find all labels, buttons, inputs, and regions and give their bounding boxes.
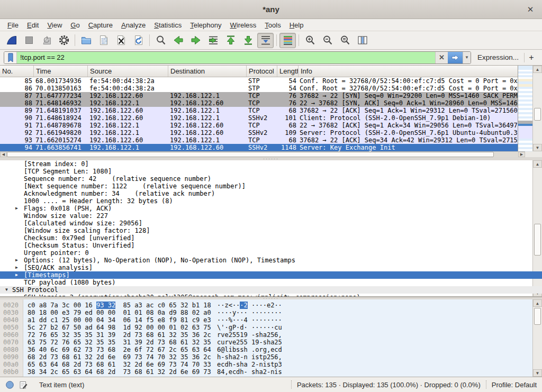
packet-row[interactable]: 8771.647777234192.168.122.60192.168.122.… [0,92,518,99]
detail-row[interactable]: Window size value: 227 [0,212,542,220]
hex-row[interactable]: 006072 76 65 32 35 35 31 39 2d 73 68 61 … [0,331,532,339]
detail-row[interactable]: Urgent pointer: 0 [0,249,542,257]
packet-list-vscrollbar[interactable]: ▲ ▼ [532,66,542,151]
filter-bookmark-button[interactable] [4,52,17,63]
scroll-down-icon[interactable]: ▼ [533,144,542,151]
hex-row[interactable]: 007063 75 72 76 65 32 35 35 31 39 2d 73 … [0,339,532,346]
profile-text[interactable]: Profile: Default [492,381,537,389]
packet-list-hscrollbar[interactable]: ◀ ▶ [0,151,525,157]
scroll-down-icon[interactable]: ▼ [533,369,542,377]
detail-row[interactable]: 1000 .... = Header Length: 32 bytes (8) [0,197,542,205]
detail-row[interactable]: ▶Options: (12 bytes), No-Operation (NOP)… [0,257,542,264]
hex-row[interactable]: 00b038 34 2c 65 63 64 68 2d 73 68 61 32 … [0,368,532,376]
menu-go[interactable]: Go [66,20,84,30]
detail-row[interactable]: Checksum: 0x79ed [unverified] [0,234,542,242]
detail-row[interactable]: [TCP Segment Len: 1080] [0,168,542,175]
menu-view[interactable]: View [43,20,66,30]
intelligent-scrollbar-minimap[interactable] [518,66,532,151]
packet-row[interactable]: 9271.661949820192.168.122.1192.168.122.6… [0,129,518,136]
expand-icon[interactable]: ▶ [15,264,18,271]
menu-help[interactable]: Help [285,20,308,30]
packet-row[interactable]: 8670.013850163fe:54:00:d4:38:2aSTP54Conf… [0,85,518,92]
colorize-button[interactable] [279,33,296,48]
column-header-time[interactable]: Time [34,66,88,77]
menu-telephony[interactable]: Telephony [186,20,225,30]
scroll-left-icon[interactable]: ◀ [0,152,7,157]
zoom-out-button[interactable] [319,33,336,48]
go-to-packet-button[interactable] [205,33,221,48]
display-filter-input[interactable] [17,52,435,63]
auto-scroll-button[interactable] [257,33,274,48]
packet-row[interactable]: 9171.648789678192.168.122.1192.168.122.6… [0,122,518,129]
hex-row[interactable]: 008036 40 6c 69 62 73 73 68 2e 6f 72 67 … [0,346,532,353]
find-packet-button[interactable] [152,33,169,48]
scrollbar-track[interactable] [494,152,518,157]
packet-row[interactable]: 8871.648146932192.168.122.1192.168.122.6… [0,99,518,107]
expert-info-icon[interactable] [5,380,14,389]
detail-row[interactable]: [Stream index: 0] [0,160,542,168]
close-file-button[interactable] [113,33,129,48]
scroll-up-icon[interactable]: ▲ [533,299,542,307]
go-back-button[interactable] [170,33,186,48]
column-header-destination[interactable]: Destination [168,66,247,77]
hex-row[interactable]: 00a065 63 64 68 2d 73 68 61 32 2d 6e 69 … [0,361,532,368]
menu-wireless[interactable]: Wireless [226,20,261,30]
detail-row[interactable]: TCP payload (1080 bytes) [0,279,542,286]
start-capture-button[interactable] [3,33,20,48]
detail-row[interactable]: Sequence number: 42 (relative sequence n… [0,175,542,183]
detail-row[interactable]: ▶[SEQ/ACK analysis] [0,264,542,271]
column-header-length[interactable]: Length [277,66,299,77]
filter-add-button[interactable]: + [525,53,538,62]
menu-edit[interactable]: Edit [23,20,43,30]
column-header-protocol[interactable]: Protocol [247,66,277,77]
scroll-up-icon[interactable]: ▲ [533,66,542,73]
expand-icon[interactable]: ▶ [15,271,18,279]
menu-statistics[interactable]: Statistics [150,20,186,30]
packet-row[interactable]: 8568.001734936fe:54:00:d4:38:2aSTP54Conf… [0,77,518,85]
filter-clear-button[interactable]: ✕ [435,52,448,63]
filter-history-caret[interactable]: ▼ [463,52,471,63]
hex-row[interactable]: 009068 2d 73 68 61 32 2d 6e 69 73 74 70 … [0,353,532,361]
hex-row[interactable]: 003080 18 00 e3 79 ed 00 00 01 01 08 0a … [0,309,532,316]
go-forward-button[interactable] [187,33,204,48]
packet-row[interactable]: 9471.663856741192.168.122.1192.168.122.6… [0,144,518,151]
menu-file[interactable]: File [3,20,23,30]
column-header-source[interactable]: Source [88,66,168,77]
hex-rows[interactable]: 0020c0 a8 7a 3c 00 16 93 32 85 a3 ac c0 … [0,302,532,376]
expand-icon[interactable]: ▶ [15,257,18,264]
scrollbar-thumb[interactable] [534,108,541,121]
zoom-reset-button[interactable] [337,33,353,48]
filter-apply-button[interactable] [448,52,463,63]
packet-row[interactable]: 9371.662015274192.168.122.60192.168.122.… [0,136,518,144]
scrollbar-thumb[interactable] [534,308,541,325]
go-first-button[interactable] [222,33,239,48]
expand-icon[interactable]: ▶ [15,205,18,212]
zoom-in-button[interactable] [302,33,318,48]
expression-button[interactable]: Expression... [471,53,524,61]
detail-row[interactable]: [Next sequence number: 1122 (relative se… [0,183,542,190]
menu-analyze[interactable]: Analyze [117,20,150,30]
detail-row[interactable]: ▶Flags: 0x018 (PSH, ACK) [0,205,542,212]
scroll-right-icon[interactable]: ▶ [518,152,525,157]
title-bar[interactable]: *any ✕ [0,0,542,19]
save-file-button[interactable]: 010101100011 [95,33,112,48]
stop-capture-button[interactable] [21,33,37,48]
hex-row[interactable]: 00505c 27 b2 67 50 ad 64 98 1d 92 00 00 … [0,324,532,331]
packet-row[interactable]: 8971.648191037192.168.122.60192.168.122.… [0,107,518,114]
hex-row[interactable]: 0020c0 a8 7a 3c 00 16 93 32 85 a3 ac c0 … [0,302,532,309]
menu-capture[interactable]: Capture [84,20,117,30]
open-file-button[interactable] [78,33,94,48]
reload-file-button[interactable] [130,33,147,48]
column-header-no[interactable]: No. [0,66,34,77]
capture-options-button[interactable] [56,33,72,48]
expand-icon[interactable]: ▶ [15,294,18,297]
resize-columns-button[interactable] [354,33,371,48]
detail-row[interactable]: [Calculated window size: 29056] [0,220,542,227]
detail-row[interactable]: [Window size scaling factor: 128] [0,227,542,234]
menu-tools[interactable]: Tools [260,20,285,30]
scrollbar-thumb[interactable] [7,152,494,157]
capture-comment-icon[interactable] [19,380,28,389]
detail-row[interactable]: Acknowledgment number: 34 (relative ack … [0,190,542,197]
close-icon[interactable]: ✕ [525,4,536,15]
go-last-button[interactable] [240,33,256,48]
